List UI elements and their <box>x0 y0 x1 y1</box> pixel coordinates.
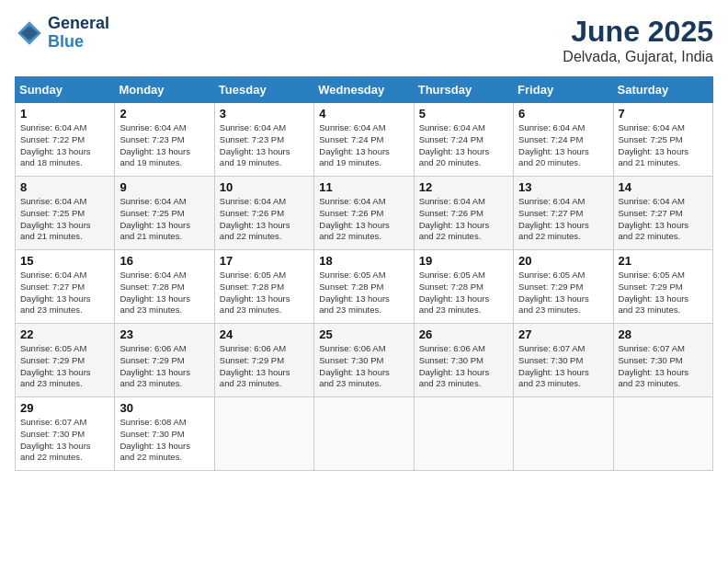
day-number: 9 <box>119 180 209 194</box>
calendar-cell: 15Sunrise: 6:04 AMSunset: 7:27 PMDayligh… <box>16 250 115 324</box>
calendar-cell: 29Sunrise: 6:07 AMSunset: 7:30 PMDayligh… <box>16 397 115 471</box>
logo-general: General <box>48 15 109 33</box>
day-number: 16 <box>119 254 209 268</box>
calendar-table: SundayMondayTuesdayWednesdayThursdayFrid… <box>15 76 713 471</box>
day-number: 21 <box>619 254 708 268</box>
calendar-cell: 22Sunrise: 6:05 AMSunset: 7:29 PMDayligh… <box>16 324 115 397</box>
cell-info: Sunrise: 6:05 AMSunset: 7:28 PMDaylight:… <box>220 270 290 315</box>
calendar-cell <box>214 397 313 471</box>
calendar-week-row: 15Sunrise: 6:04 AMSunset: 7:27 PMDayligh… <box>16 250 713 324</box>
col-header-sunday: Sunday <box>16 77 115 103</box>
calendar-cell: 12Sunrise: 6:04 AMSunset: 7:26 PMDayligh… <box>414 177 513 250</box>
day-number: 6 <box>518 107 608 121</box>
calendar-cell: 23Sunrise: 6:06 AMSunset: 7:29 PMDayligh… <box>115 324 214 397</box>
col-header-monday: Monday <box>115 77 214 103</box>
day-number: 18 <box>319 254 408 268</box>
calendar-cell <box>414 397 513 471</box>
day-number: 17 <box>220 254 309 268</box>
cell-info: Sunrise: 6:04 AMSunset: 7:23 PMDaylight:… <box>119 122 190 167</box>
cell-info: Sunrise: 6:04 AMSunset: 7:26 PMDaylight:… <box>220 196 290 241</box>
day-number: 4 <box>319 107 408 121</box>
calendar-cell: 24Sunrise: 6:06 AMSunset: 7:29 PMDayligh… <box>214 324 313 397</box>
calendar-cell: 21Sunrise: 6:05 AMSunset: 7:29 PMDayligh… <box>613 250 712 324</box>
calendar-cell: 9Sunrise: 6:04 AMSunset: 7:25 PMDaylight… <box>115 177 214 250</box>
cell-info: Sunrise: 6:05 AMSunset: 7:28 PMDaylight:… <box>419 270 490 315</box>
cell-info: Sunrise: 6:04 AMSunset: 7:27 PMDaylight:… <box>20 270 91 315</box>
cell-info: Sunrise: 6:06 AMSunset: 7:30 PMDaylight:… <box>319 343 390 388</box>
calendar-cell: 25Sunrise: 6:06 AMSunset: 7:30 PMDayligh… <box>314 324 414 397</box>
cell-info: Sunrise: 6:04 AMSunset: 7:28 PMDaylight:… <box>119 270 190 315</box>
day-number: 26 <box>419 327 508 341</box>
col-header-friday: Friday <box>514 77 613 103</box>
day-number: 22 <box>20 327 109 341</box>
cell-info: Sunrise: 6:04 AMSunset: 7:22 PMDaylight:… <box>20 122 91 167</box>
day-number: 1 <box>20 107 109 121</box>
day-number: 25 <box>319 327 408 341</box>
cell-info: Sunrise: 6:04 AMSunset: 7:24 PMDaylight:… <box>518 122 589 167</box>
col-header-thursday: Thursday <box>414 77 513 103</box>
day-number: 30 <box>119 401 209 415</box>
col-header-wednesday: Wednesday <box>314 77 414 103</box>
calendar-cell <box>314 397 414 471</box>
logo-icon <box>15 18 44 48</box>
cell-info: Sunrise: 6:04 AMSunset: 7:24 PMDaylight:… <box>419 122 490 167</box>
calendar-week-row: 22Sunrise: 6:05 AMSunset: 7:29 PMDayligh… <box>16 324 713 397</box>
day-number: 5 <box>419 107 508 121</box>
cell-info: Sunrise: 6:05 AMSunset: 7:29 PMDaylight:… <box>20 343 91 388</box>
calendar-cell: 19Sunrise: 6:05 AMSunset: 7:28 PMDayligh… <box>414 250 513 324</box>
cell-info: Sunrise: 6:06 AMSunset: 7:29 PMDaylight:… <box>119 343 190 388</box>
day-number: 7 <box>619 107 708 121</box>
cell-info: Sunrise: 6:05 AMSunset: 7:29 PMDaylight:… <box>619 270 689 315</box>
calendar-cell: 1Sunrise: 6:04 AMSunset: 7:22 PMDaylight… <box>16 103 115 177</box>
calendar-cell: 8Sunrise: 6:04 AMSunset: 7:25 PMDaylight… <box>16 177 115 250</box>
calendar-week-row: 29Sunrise: 6:07 AMSunset: 7:30 PMDayligh… <box>16 397 713 471</box>
calendar-cell: 10Sunrise: 6:04 AMSunset: 7:26 PMDayligh… <box>214 177 313 250</box>
calendar-cell: 16Sunrise: 6:04 AMSunset: 7:28 PMDayligh… <box>115 250 214 324</box>
cell-info: Sunrise: 6:04 AMSunset: 7:27 PMDaylight:… <box>518 196 589 241</box>
calendar-cell: 28Sunrise: 6:07 AMSunset: 7:30 PMDayligh… <box>613 324 712 397</box>
cell-info: Sunrise: 6:07 AMSunset: 7:30 PMDaylight:… <box>20 417 91 462</box>
day-number: 12 <box>419 180 508 194</box>
day-number: 27 <box>518 327 608 341</box>
calendar-week-row: 8Sunrise: 6:04 AMSunset: 7:25 PMDaylight… <box>16 177 713 250</box>
day-number: 19 <box>419 254 508 268</box>
cell-info: Sunrise: 6:04 AMSunset: 7:24 PMDaylight:… <box>319 122 390 167</box>
day-number: 20 <box>518 254 608 268</box>
calendar-cell <box>613 397 712 471</box>
cell-info: Sunrise: 6:05 AMSunset: 7:29 PMDaylight:… <box>518 270 589 315</box>
cell-info: Sunrise: 6:04 AMSunset: 7:23 PMDaylight:… <box>220 122 290 167</box>
cell-info: Sunrise: 6:07 AMSunset: 7:30 PMDaylight:… <box>518 343 589 388</box>
day-number: 10 <box>220 180 309 194</box>
cell-info: Sunrise: 6:08 AMSunset: 7:30 PMDaylight:… <box>119 417 190 462</box>
calendar-cell: 14Sunrise: 6:04 AMSunset: 7:27 PMDayligh… <box>613 177 712 250</box>
cell-info: Sunrise: 6:04 AMSunset: 7:25 PMDaylight:… <box>20 196 91 241</box>
calendar-header-row: SundayMondayTuesdayWednesdayThursdayFrid… <box>16 77 713 103</box>
calendar-cell: 13Sunrise: 6:04 AMSunset: 7:27 PMDayligh… <box>514 177 613 250</box>
cell-info: Sunrise: 6:04 AMSunset: 7:26 PMDaylight:… <box>419 196 490 241</box>
calendar-cell: 3Sunrise: 6:04 AMSunset: 7:23 PMDaylight… <box>214 103 313 177</box>
calendar-cell: 30Sunrise: 6:08 AMSunset: 7:30 PMDayligh… <box>115 397 214 471</box>
day-number: 28 <box>619 327 708 341</box>
page-header: General Blue June 2025 Delvada, Gujarat,… <box>15 15 713 65</box>
calendar-cell: 18Sunrise: 6:05 AMSunset: 7:28 PMDayligh… <box>314 250 414 324</box>
day-number: 8 <box>20 180 109 194</box>
col-header-saturday: Saturday <box>613 77 712 103</box>
day-number: 24 <box>220 327 309 341</box>
title-block: June 2025 Delvada, Gujarat, India <box>563 15 713 65</box>
calendar-cell: 27Sunrise: 6:07 AMSunset: 7:30 PMDayligh… <box>514 324 613 397</box>
calendar-cell: 11Sunrise: 6:04 AMSunset: 7:26 PMDayligh… <box>314 177 414 250</box>
calendar-week-row: 1Sunrise: 6:04 AMSunset: 7:22 PMDaylight… <box>16 103 713 177</box>
calendar-cell: 6Sunrise: 6:04 AMSunset: 7:24 PMDaylight… <box>514 103 613 177</box>
day-number: 15 <box>20 254 109 268</box>
day-number: 23 <box>119 327 209 341</box>
calendar-cell: 26Sunrise: 6:06 AMSunset: 7:30 PMDayligh… <box>414 324 513 397</box>
col-header-tuesday: Tuesday <box>214 77 313 103</box>
cell-info: Sunrise: 6:04 AMSunset: 7:25 PMDaylight:… <box>619 122 689 167</box>
day-number: 14 <box>619 180 708 194</box>
day-number: 11 <box>319 180 408 194</box>
month-title: June 2025 <box>563 15 713 49</box>
logo-blue: Blue <box>48 33 109 52</box>
calendar-cell: 5Sunrise: 6:04 AMSunset: 7:24 PMDaylight… <box>414 103 513 177</box>
calendar-cell: 17Sunrise: 6:05 AMSunset: 7:28 PMDayligh… <box>214 250 313 324</box>
calendar-cell: 7Sunrise: 6:04 AMSunset: 7:25 PMDaylight… <box>613 103 712 177</box>
